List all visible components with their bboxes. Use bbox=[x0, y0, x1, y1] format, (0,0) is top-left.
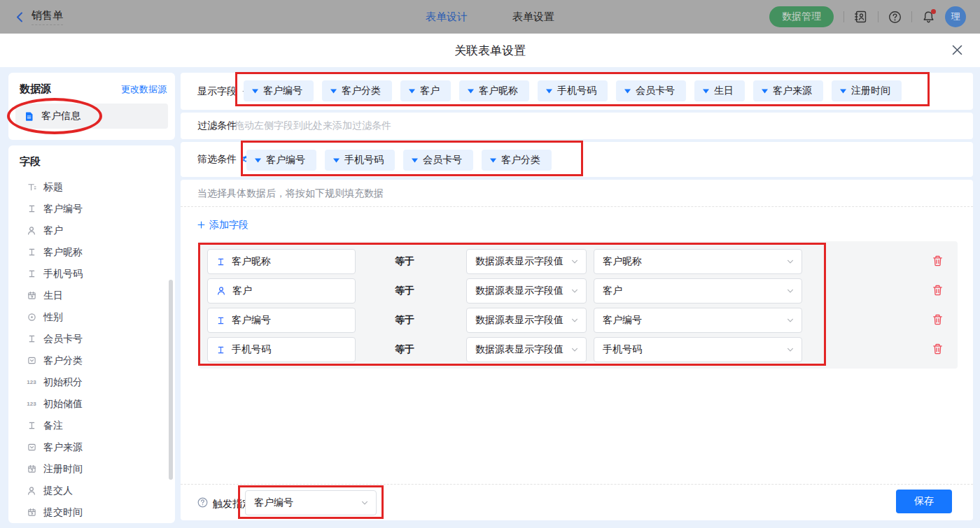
field-item-label: 客户编号 bbox=[43, 203, 83, 215]
trigger-help-icon[interactable] bbox=[197, 497, 208, 508]
field-item-label: 手机号码 bbox=[43, 268, 83, 280]
help-icon[interactable] bbox=[888, 10, 902, 24]
avatar[interactable]: 理 bbox=[945, 6, 966, 27]
field-chip[interactable]: 手机号码 bbox=[325, 150, 395, 171]
divider bbox=[878, 11, 878, 22]
field-item[interactable]: 注册时间 bbox=[8, 458, 175, 480]
chip-label: 客户 bbox=[420, 85, 440, 97]
modal-title: 关联表单设置 bbox=[0, 34, 980, 67]
text-icon bbox=[216, 316, 225, 325]
rule-value-select[interactable]: 客户编号 bbox=[594, 308, 802, 333]
trash-icon[interactable] bbox=[932, 285, 943, 296]
datasource-selected-item[interactable]: 客户信息 bbox=[15, 104, 168, 129]
rule-source-select[interactable]: 数据源表显示字段值 bbox=[466, 249, 587, 274]
rule-target-field[interactable]: 客户编号 bbox=[207, 308, 356, 333]
field-item[interactable]: 提交人 bbox=[8, 480, 175, 501]
number-icon: 123 bbox=[27, 401, 36, 407]
field-item-label: 会员卡号 bbox=[43, 333, 83, 345]
trash-icon[interactable] bbox=[932, 255, 943, 266]
select-icon bbox=[27, 356, 36, 365]
data-manage-button[interactable]: 数据管理 bbox=[769, 6, 834, 27]
trash-icon[interactable] bbox=[932, 314, 943, 325]
rule-source-value: 数据源表显示字段值 bbox=[475, 343, 564, 356]
field-chip[interactable]: 客户分类 bbox=[482, 150, 552, 171]
rule-field-label: 客户 bbox=[232, 285, 252, 297]
rule-source-select[interactable]: 数据源表显示字段值 bbox=[466, 337, 587, 362]
field-item[interactable]: 备注 bbox=[8, 415, 175, 436]
triangle-down-icon bbox=[840, 89, 846, 94]
address-book-icon[interactable] bbox=[854, 10, 868, 24]
triangle-down-icon bbox=[624, 89, 631, 94]
field-chip[interactable]: 客户分类 bbox=[322, 80, 392, 101]
trash-icon[interactable] bbox=[932, 343, 943, 355]
rule-value-select[interactable]: 客户昵称 bbox=[594, 249, 802, 274]
field-item[interactable]: 生日 bbox=[8, 285, 175, 306]
rule-target-field[interactable]: 手机号码 bbox=[207, 337, 356, 362]
display-fields-card: 显示字段 客户编号客户分类客户客户昵称手机号码会员卡号生日客户来源注册时间 bbox=[181, 73, 973, 110]
rule-source-select[interactable]: 数据源表显示字段值 bbox=[466, 278, 587, 304]
equals-label: 等于 bbox=[395, 278, 430, 304]
rule-target-field[interactable]: 客户 bbox=[207, 278, 356, 304]
calendar-icon bbox=[27, 464, 36, 473]
equals-label: 等于 bbox=[395, 249, 430, 274]
chevron-down-icon bbox=[570, 257, 579, 266]
trigger-formula-select[interactable]: 客户编号 bbox=[245, 490, 377, 515]
rule-source-value: 数据源表显示字段值 bbox=[475, 255, 564, 268]
field-chip[interactable]: 会员卡号 bbox=[616, 80, 686, 101]
chip-label: 手机号码 bbox=[344, 154, 384, 166]
triangle-down-icon bbox=[252, 89, 258, 94]
text-icon bbox=[27, 204, 36, 213]
field-item[interactable]: 手机号码 bbox=[8, 263, 175, 285]
rule-row: 客户编号等于数据源表显示字段值客户编号 bbox=[199, 308, 958, 333]
chip-label: 生日 bbox=[714, 85, 734, 97]
field-chip[interactable]: 客户来源 bbox=[753, 80, 823, 101]
add-rule-field-button[interactable]: 添加字段 bbox=[197, 219, 248, 231]
rule-source-select[interactable]: 数据源表显示字段值 bbox=[466, 308, 587, 333]
field-chip[interactable]: 注册时间 bbox=[832, 80, 902, 101]
rule-target-field[interactable]: 客户昵称 bbox=[207, 249, 356, 274]
field-item[interactable]: 客户编号 bbox=[8, 198, 175, 220]
chevron-down-icon bbox=[786, 287, 794, 295]
close-icon[interactable] bbox=[951, 44, 963, 56]
field-chip[interactable]: 手机号码 bbox=[538, 80, 608, 101]
back-button[interactable]: 销售单 bbox=[14, 9, 63, 25]
form-name[interactable]: 销售单 bbox=[31, 9, 63, 25]
rule-value-select[interactable]: 客户 bbox=[594, 278, 802, 304]
field-item[interactable]: 客户昵称 bbox=[8, 241, 175, 263]
field-chip[interactable]: 会员卡号 bbox=[403, 150, 473, 171]
field-item[interactable]: 123初始储值 bbox=[8, 393, 175, 415]
tab-form-design[interactable]: 表单设计 bbox=[426, 10, 468, 24]
filter-dropzone[interactable]: 拖动左侧字段到此处来添加过滤条件 bbox=[234, 120, 391, 132]
field-item[interactable]: 客户 bbox=[8, 220, 175, 241]
field-item[interactable]: 标题 bbox=[8, 176, 175, 198]
field-item[interactable]: 提交时间 bbox=[8, 501, 175, 523]
field-item[interactable]: 客户来源 bbox=[8, 436, 175, 458]
change-datasource-link[interactable]: 更改数据源 bbox=[121, 83, 167, 96]
field-item[interactable]: 性别 bbox=[8, 306, 175, 328]
chevron-down-icon bbox=[360, 499, 369, 507]
text-icon bbox=[27, 421, 36, 430]
rule-field-label: 手机号码 bbox=[232, 343, 271, 356]
notification-badge bbox=[931, 9, 936, 14]
field-item[interactable]: 123初始积分 bbox=[8, 371, 175, 393]
screen: 销售单 表单设计 表单设置 数据管理 理 关联表单设置 数据源 更改数据源 bbox=[0, 0, 980, 528]
datasource-title: 数据源 bbox=[20, 83, 51, 96]
fields-scrollbar[interactable] bbox=[169, 280, 173, 480]
save-button[interactable]: 保存 bbox=[896, 490, 952, 513]
field-chip[interactable]: 客户编号 bbox=[244, 80, 314, 101]
field-chip[interactable]: 客户编号 bbox=[246, 150, 316, 171]
field-chip[interactable]: 生日 bbox=[694, 80, 745, 101]
field-item[interactable]: 会员卡号 bbox=[8, 328, 175, 350]
rules-hint: 当选择具体数据后，将按如下规则填充数据 bbox=[197, 187, 384, 200]
rule-value: 客户 bbox=[603, 285, 622, 297]
fields-title: 字段 bbox=[20, 155, 41, 169]
field-chip[interactable]: 客户昵称 bbox=[459, 80, 529, 101]
notification-bell-icon[interactable] bbox=[922, 10, 935, 24]
tab-form-settings[interactable]: 表单设置 bbox=[512, 10, 554, 24]
fields-card: 字段 标题客户编号客户客户昵称手机号码生日性别会员卡号客户分类123初始积分12… bbox=[8, 145, 175, 523]
field-item[interactable]: 客户分类 bbox=[8, 350, 175, 371]
datasource-selected-label: 客户信息 bbox=[41, 110, 80, 122]
rule-value-select[interactable]: 手机号码 bbox=[594, 337, 802, 362]
field-chip[interactable]: 客户 bbox=[400, 80, 451, 101]
divider bbox=[844, 11, 844, 22]
